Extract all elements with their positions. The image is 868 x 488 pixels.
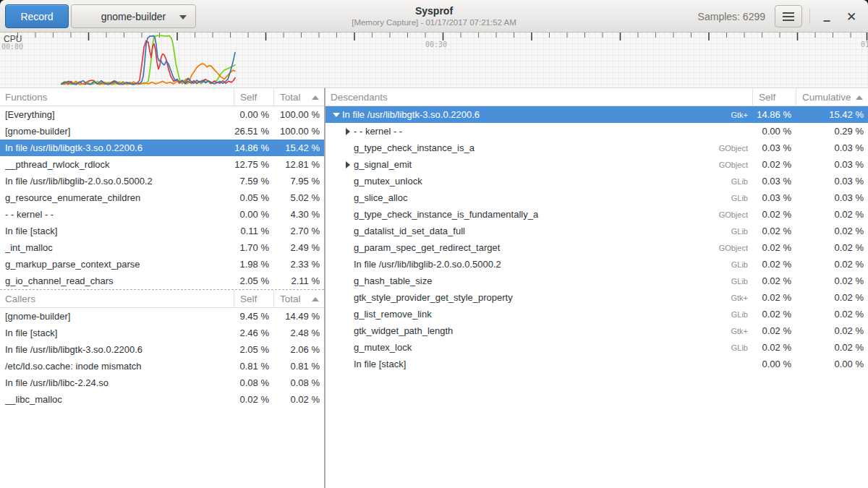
minimize-button[interactable]: – bbox=[816, 6, 838, 27]
table-row[interactable]: g_signal_emitGObject0.02 %0.03 % bbox=[326, 156, 868, 173]
function-name: [gnome-builder] bbox=[0, 311, 234, 322]
left-pane: Functions Self Total [Everything]0.00 %1… bbox=[0, 88, 324, 488]
cumulative-percent: 0.00 % bbox=[796, 359, 868, 369]
descendant-name: - - kernel - - bbox=[326, 126, 752, 137]
self-percent: 1.70 % bbox=[234, 242, 273, 253]
self-percent: 0.02 % bbox=[752, 226, 796, 236]
table-row[interactable]: gtk_style_provider_get_style_propertyGtk… bbox=[326, 289, 868, 306]
table-row[interactable]: /etc/ld.so.cache: inode mismatch0.81 %0.… bbox=[0, 358, 324, 374]
table-row[interactable]: In file /usr/lib/libgtk-3.so.0.2200.6Gtk… bbox=[326, 106, 868, 123]
table-row[interactable]: g_list_remove_linkGLib0.02 %0.02 % bbox=[326, 306, 868, 322]
cumulative-percent: 0.02 % bbox=[796, 275, 868, 286]
functions-total-column[interactable]: Total bbox=[273, 88, 324, 106]
descendants-column-title[interactable]: Descendants bbox=[326, 92, 752, 103]
table-row[interactable]: g_mutex_lockGLib0.02 %0.02 % bbox=[326, 339, 868, 356]
descendants-self-column[interactable]: Self bbox=[752, 88, 796, 106]
cumulative-percent: 0.02 % bbox=[796, 325, 868, 336]
table-row[interactable]: __libc_malloc0.02 %0.02 % bbox=[0, 391, 324, 408]
minimize-icon: – bbox=[823, 13, 830, 28]
library-category-badge: GLib bbox=[731, 177, 752, 186]
target-process-dropdown[interactable]: gnome-builder bbox=[71, 4, 196, 28]
cumulative-percent: 0.02 % bbox=[796, 309, 868, 320]
total-percent: 2.48 % bbox=[273, 328, 324, 338]
self-percent: 7.59 % bbox=[234, 176, 273, 187]
window-title: Sysprof bbox=[217, 5, 651, 17]
table-row[interactable]: [Everything]0.00 %100.00 % bbox=[0, 106, 324, 123]
callers-total-column[interactable]: Total bbox=[273, 290, 324, 307]
total-percent: 0.08 % bbox=[273, 377, 324, 388]
table-row[interactable]: g_resource_enumerate_children0.05 %5.02 … bbox=[0, 189, 324, 206]
expander-closed-icon[interactable] bbox=[342, 128, 354, 135]
table-row[interactable]: g_param_spec_get_redirect_targetGObject0… bbox=[326, 239, 868, 256]
self-percent: 2.05 % bbox=[234, 344, 273, 355]
functions-column-title[interactable]: Functions bbox=[0, 92, 234, 103]
table-row[interactable]: - - kernel - -0.00 %0.29 % bbox=[326, 123, 868, 140]
cpu-graph[interactable]: CPU 00:00 00:30 01:00 bbox=[0, 33, 868, 88]
table-row[interactable]: [gnome-builder]26.51 %100.00 % bbox=[0, 123, 324, 140]
library-category-badge: GLib bbox=[731, 310, 752, 319]
descendant-name: gtk_widget_path_lengthGtk+ bbox=[326, 325, 752, 336]
table-row[interactable]: In file /usr/lib/libglib-2.0.so.0.5000.2… bbox=[0, 173, 324, 189]
table-row[interactable]: g_type_check_instance_is_fundamentally_a… bbox=[326, 206, 868, 223]
table-row[interactable]: In file [stack]0.00 %0.00 % bbox=[326, 356, 868, 372]
expander-open-icon[interactable] bbox=[331, 113, 342, 117]
library-category-badge: GObject bbox=[719, 210, 752, 219]
descendant-name: g_type_check_instance_is_aGObject bbox=[326, 142, 752, 153]
close-button[interactable]: ✕ bbox=[841, 6, 862, 27]
table-row[interactable]: g_markup_parse_context_parse1.98 %2.33 % bbox=[0, 256, 324, 273]
table-row[interactable]: In file [stack]0.11 %2.70 % bbox=[0, 223, 324, 239]
function-name: /etc/ld.so.cache: inode mismatch bbox=[0, 361, 234, 372]
descendants-cumulative-column[interactable]: Cumulative bbox=[796, 88, 868, 106]
sort-ascending-icon bbox=[856, 95, 863, 100]
table-row[interactable]: g_hash_table_sizeGLib0.02 %0.02 % bbox=[326, 273, 868, 289]
header-separator bbox=[809, 9, 810, 24]
library-category-badge: GLib bbox=[731, 343, 752, 352]
library-category-badge: GLib bbox=[731, 194, 752, 202]
cumulative-percent: 0.02 % bbox=[796, 209, 868, 220]
table-row[interactable]: g_io_channel_read_chars2.05 %2.11 % bbox=[0, 273, 324, 289]
callers-column-title[interactable]: Callers bbox=[0, 294, 234, 304]
table-row[interactable]: g_slice_allocGLib0.03 %0.03 % bbox=[326, 189, 868, 206]
close-icon: ✕ bbox=[846, 9, 856, 25]
record-button[interactable]: Record bbox=[5, 4, 69, 28]
table-row[interactable]: gtk_widget_path_lengthGtk+0.02 %0.02 % bbox=[326, 322, 868, 339]
function-name: __pthread_rwlock_rdlock bbox=[0, 159, 234, 170]
self-percent: 14.86 % bbox=[752, 109, 796, 120]
function-name: In file /usr/lib/libglib-2.0.so.0.5000.2 bbox=[0, 176, 234, 187]
table-row[interactable]: g_type_check_instance_is_aGObject0.03 %0… bbox=[326, 140, 868, 156]
table-row[interactable]: In file [stack]2.46 %2.48 % bbox=[0, 325, 324, 341]
self-percent: 0.03 % bbox=[752, 142, 796, 153]
function-name: In file [stack] bbox=[0, 226, 234, 236]
cumulative-percent: 0.02 % bbox=[796, 342, 868, 353]
table-row[interactable]: In file /usr/lib/libgtk-3.so.0.2200.62.0… bbox=[0, 341, 324, 358]
cumulative-percent: 0.03 % bbox=[796, 159, 868, 170]
table-row[interactable]: g_datalist_id_set_data_fullGLib0.02 %0.0… bbox=[326, 223, 868, 239]
function-name: - - kernel - - bbox=[0, 209, 234, 220]
self-percent: 0.02 % bbox=[752, 259, 796, 270]
function-name: In file [stack] bbox=[0, 328, 234, 338]
table-row[interactable]: [gnome-builder]9.45 %14.49 % bbox=[0, 308, 324, 325]
table-row[interactable]: In file /usr/lib/libglib-2.0.so.0.5000.2… bbox=[326, 256, 868, 273]
expander-closed-icon[interactable] bbox=[342, 161, 354, 168]
table-row[interactable]: g_mutex_unlockGLib0.03 %0.03 % bbox=[326, 173, 868, 189]
menu-button[interactable] bbox=[775, 5, 802, 27]
table-row[interactable]: In file /usr/lib/libc-2.24.so0.08 %0.08 … bbox=[0, 374, 324, 391]
table-row[interactable]: - - kernel - -0.00 %4.30 % bbox=[0, 206, 324, 223]
callers-self-column[interactable]: Self bbox=[234, 290, 273, 307]
self-percent: 14.86 % bbox=[234, 142, 273, 153]
table-row[interactable]: In file /usr/lib/libgtk-3.so.0.2200.614.… bbox=[0, 140, 324, 156]
header-bar: Record gnome-builder Sysprof [Memory Cap… bbox=[0, 0, 868, 33]
total-percent: 0.81 % bbox=[273, 361, 324, 372]
target-process-label: gnome-builder bbox=[101, 11, 166, 22]
library-category-badge: Gtk+ bbox=[731, 111, 752, 119]
self-percent: 12.75 % bbox=[234, 159, 273, 170]
total-percent: 2.70 % bbox=[273, 226, 324, 236]
self-percent: 0.02 % bbox=[752, 292, 796, 303]
total-percent: 15.42 % bbox=[273, 142, 324, 153]
chevron-down-icon bbox=[179, 15, 187, 20]
functions-self-column[interactable]: Self bbox=[234, 88, 273, 106]
library-category-badge: GLib bbox=[731, 260, 752, 269]
table-row[interactable]: _int_malloc1.70 %2.49 % bbox=[0, 239, 324, 256]
table-row[interactable]: __pthread_rwlock_rdlock12.75 %12.81 % bbox=[0, 156, 324, 173]
descendant-name: g_hash_table_sizeGLib bbox=[326, 275, 752, 286]
